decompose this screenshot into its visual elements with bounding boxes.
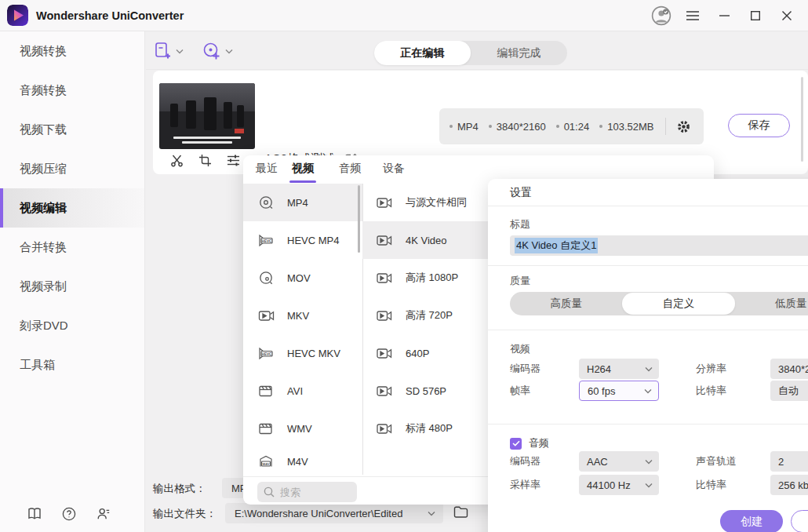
- sidebar-item-video-convert[interactable]: 视频转换: [0, 31, 144, 71]
- guide-book-icon[interactable]: [27, 507, 42, 521]
- disc-icon: [258, 195, 275, 210]
- sidebar-item-merge-convert[interactable]: 合并转换: [0, 228, 144, 267]
- account-avatar-icon[interactable]: [651, 5, 672, 26]
- audio-encoder-select[interactable]: AAC: [579, 451, 659, 472]
- help-icon[interactable]: [62, 507, 76, 521]
- crop-icon[interactable]: [198, 154, 212, 167]
- tab-editing[interactable]: 正在编辑: [374, 41, 471, 65]
- camcorder-icon: [377, 271, 393, 285]
- sidebar-item-video-compress[interactable]: 视频压缩: [0, 149, 144, 188]
- effects-icon[interactable]: [227, 154, 240, 167]
- sidebar-item-label: 合并转换: [20, 240, 67, 255]
- encoder-label: 编码器: [510, 362, 579, 376]
- format-list-scrollbar[interactable]: [358, 185, 360, 253]
- format-item-avi[interactable]: AVI: [243, 372, 362, 410]
- quality-low[interactable]: 低质量: [735, 292, 808, 315]
- divider: [488, 265, 808, 266]
- preset-name-input[interactable]: 4K Video 自定义1: [510, 235, 808, 256]
- trim-icon[interactable]: [170, 154, 184, 167]
- menu-icon[interactable]: [682, 5, 703, 26]
- video-encoder-select[interactable]: H264: [579, 359, 659, 379]
- sidebar-item-video-edit[interactable]: 视频编辑: [0, 188, 144, 228]
- channels-value[interactable]: 2: [770, 451, 808, 472]
- sidebar-item-label: 视频压缩: [20, 162, 67, 177]
- thumbnail-art: [186, 100, 196, 129]
- community-icon[interactable]: [96, 507, 111, 521]
- browse-folder-icon[interactable]: [453, 505, 468, 519]
- preset-item-same-as-source[interactable]: 与源文件相同: [362, 184, 488, 221]
- output-folder-label: 输出文件夹：: [153, 507, 217, 521]
- format-item-mp4[interactable]: MP4: [243, 184, 362, 221]
- tab-device[interactable]: 设备: [383, 162, 405, 176]
- video-thumbnail[interactable]: [159, 83, 255, 149]
- quality-high[interactable]: 高质量: [510, 292, 622, 315]
- preset-item-sd-576p[interactable]: SD 576P: [362, 372, 488, 410]
- target-duration: 01:24: [556, 121, 590, 133]
- hevc-badge-icon: HEVC: [258, 233, 275, 248]
- preset-item-4k-video[interactable]: 4K Video: [362, 221, 488, 259]
- camcorder-icon: [377, 384, 393, 398]
- format-item-wmv[interactable]: WMV: [243, 410, 362, 447]
- save-button[interactable]: 保存: [728, 114, 790, 137]
- add-preset-button[interactable]: [202, 42, 233, 60]
- sidebar-item-video-download[interactable]: 视频下载: [0, 110, 144, 149]
- format-item-mkv[interactable]: MKV: [243, 297, 362, 334]
- close-icon[interactable]: [777, 5, 797, 26]
- selected-indicator: [0, 188, 3, 228]
- format-item-hevc-mkv[interactable]: HEVC HEVC MKV: [243, 334, 362, 372]
- video-bitrate-value[interactable]: 自动: [770, 381, 808, 401]
- samplerate-label: 采样率: [510, 478, 579, 492]
- format-search[interactable]: [257, 482, 357, 502]
- search-input[interactable]: [280, 486, 343, 498]
- svg-text:M4V: M4V: [262, 462, 269, 466]
- secondary-button-partial[interactable]: [791, 510, 808, 532]
- preset-label: 与源文件相同: [406, 195, 467, 210]
- sidebar-item-toolbox[interactable]: 工具箱: [0, 345, 144, 384]
- camcorder-icon: [377, 309, 393, 322]
- preset-item-640p[interactable]: 640P: [362, 334, 488, 372]
- sidebar-item-screen-record[interactable]: 视频录制: [0, 267, 144, 306]
- tab-recent[interactable]: 最近: [256, 162, 278, 176]
- divider: [665, 118, 666, 135]
- format-item-mov[interactable]: MOV: [243, 259, 362, 297]
- output-settings-gear-icon[interactable]: [676, 119, 691, 134]
- format-item-hevc-mp4[interactable]: HEVC HEVC MP4: [243, 221, 362, 259]
- sidebar-item-audio-convert[interactable]: 音频转换: [0, 71, 144, 110]
- camcorder-icon: [258, 308, 275, 323]
- app-title: Wondershare UniConverter: [36, 9, 184, 22]
- chevron-down-icon: [644, 388, 652, 394]
- quality-custom[interactable]: 自定义: [622, 293, 734, 315]
- thumbnail-art: [237, 105, 244, 127]
- preset-item-480p[interactable]: 标清 480P: [362, 410, 488, 447]
- create-button[interactable]: 创建: [720, 510, 783, 532]
- chevron-down-icon: [645, 459, 653, 465]
- audio-enabled-checkbox[interactable]: [510, 438, 522, 450]
- search-icon: [264, 486, 275, 497]
- tab-edit-done[interactable]: 编辑完成: [471, 41, 567, 65]
- camcorder-icon: [377, 347, 393, 360]
- audio-row-1: 编码器 AAC 声音轨道 2: [510, 451, 808, 472]
- tab-video[interactable]: 视频: [292, 162, 314, 176]
- preset-item-720p[interactable]: 高清 720P: [362, 297, 488, 334]
- sidebar-item-burn-dvd[interactable]: 刻录DVD: [0, 306, 144, 345]
- framerate-select[interactable]: 60 fps: [579, 381, 659, 401]
- maximize-icon[interactable]: [745, 5, 766, 26]
- audio-bitrate-value[interactable]: 256 kbps: [770, 475, 808, 495]
- svg-text:HEVC: HEVC: [262, 239, 272, 242]
- app-logo-icon: [7, 5, 28, 26]
- samplerate-select[interactable]: 44100 Hz: [579, 475, 659, 495]
- resolution-value[interactable]: 3840*2160: [770, 359, 808, 379]
- output-folder-select[interactable]: E:\Wondershare UniConverter\Edited: [225, 503, 443, 523]
- format-item-m4v[interactable]: M4V M4V: [243, 447, 362, 476]
- format-label: MKV: [287, 310, 309, 322]
- sidebar-item-label: 音频转换: [20, 83, 67, 98]
- preset-item-1080p[interactable]: 高清 1080P: [362, 259, 488, 297]
- m4v-badge-icon: M4V: [258, 454, 275, 469]
- sidebar-item-label: 视频下载: [20, 122, 67, 137]
- add-file-button[interactable]: [155, 42, 184, 60]
- minimize-icon[interactable]: [714, 5, 734, 26]
- app-window: Wondershare UniConverter: [0, 0, 808, 532]
- tab-audio[interactable]: 音频: [339, 162, 361, 176]
- chevron-down-icon: [225, 49, 233, 54]
- task-list-scrollbar[interactable]: [801, 77, 803, 162]
